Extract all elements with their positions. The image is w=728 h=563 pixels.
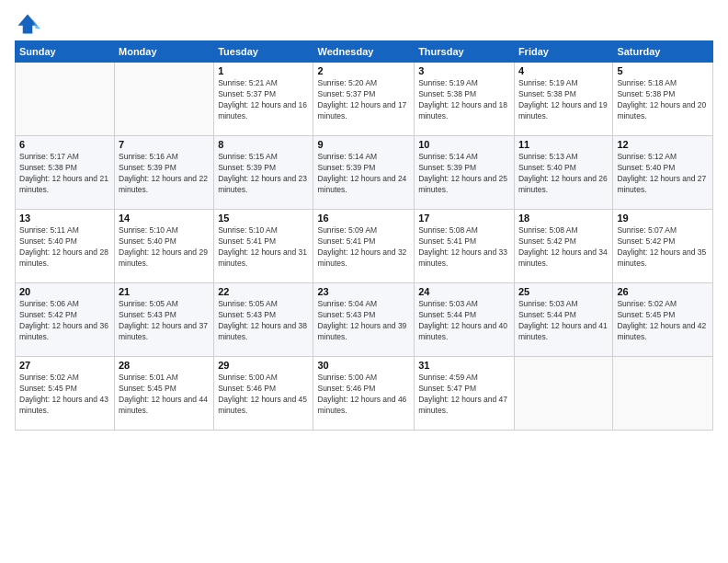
day-number: 27 [19, 360, 110, 371]
calendar-cell: 31Sunrise: 4:59 AM Sunset: 5:47 PM Dayli… [415, 357, 515, 431]
day-info: Sunrise: 5:17 AM Sunset: 5:38 PM Dayligh… [19, 152, 110, 196]
day-number: 14 [119, 213, 210, 224]
day-info: Sunrise: 5:06 AM Sunset: 5:42 PM Dayligh… [19, 299, 110, 343]
calendar-header-thursday: Thursday [415, 41, 515, 63]
calendar-header-sunday: Sunday [16, 41, 115, 63]
day-info: Sunrise: 5:11 AM Sunset: 5:40 PM Dayligh… [19, 225, 110, 270]
calendar-cell: 4Sunrise: 5:19 AM Sunset: 5:38 PM Daylig… [514, 63, 612, 136]
calendar-cell: 14Sunrise: 5:10 AM Sunset: 5:40 PM Dayli… [115, 210, 214, 283]
day-number: 28 [119, 360, 210, 371]
day-number: 24 [418, 286, 510, 297]
day-info: Sunrise: 5:19 AM Sunset: 5:38 PM Dayligh… [418, 78, 510, 122]
calendar-cell: 8Sunrise: 5:15 AM Sunset: 5:39 PM Daylig… [214, 136, 313, 210]
day-number: 4 [518, 65, 609, 76]
day-info: Sunrise: 5:10 AM Sunset: 5:41 PM Dayligh… [218, 225, 309, 270]
calendar-cell: 16Sunrise: 5:09 AM Sunset: 5:41 PM Dayli… [313, 210, 415, 283]
day-info: Sunrise: 5:03 AM Sunset: 5:44 PM Dayligh… [518, 299, 609, 343]
day-number: 9 [317, 139, 410, 150]
day-info: Sunrise: 5:21 AM Sunset: 5:37 PM Dayligh… [218, 78, 309, 122]
calendar-cell: 25Sunrise: 5:03 AM Sunset: 5:44 PM Dayli… [514, 283, 612, 357]
day-number: 10 [418, 139, 510, 150]
calendar-cell: 27Sunrise: 5:02 AM Sunset: 5:45 PM Dayli… [16, 357, 115, 431]
day-number: 3 [418, 65, 510, 76]
calendar-cell: 18Sunrise: 5:08 AM Sunset: 5:42 PM Dayli… [514, 210, 612, 283]
calendar-cell: 9Sunrise: 5:14 AM Sunset: 5:39 PM Daylig… [313, 136, 415, 210]
day-number: 22 [218, 286, 309, 297]
day-info: Sunrise: 5:02 AM Sunset: 5:45 PM Dayligh… [617, 299, 709, 343]
calendar-cell: 13Sunrise: 5:11 AM Sunset: 5:40 PM Dayli… [16, 210, 115, 283]
calendar-header-monday: Monday [115, 41, 214, 63]
day-number: 26 [617, 286, 709, 297]
calendar-cell: 24Sunrise: 5:03 AM Sunset: 5:44 PM Dayli… [415, 283, 515, 357]
calendar-cell [514, 357, 612, 431]
logo-icon [15, 11, 40, 37]
day-info: Sunrise: 5:19 AM Sunset: 5:38 PM Dayligh… [518, 78, 609, 122]
day-number: 7 [119, 139, 210, 150]
calendar-cell: 3Sunrise: 5:19 AM Sunset: 5:38 PM Daylig… [415, 63, 515, 136]
day-info: Sunrise: 5:05 AM Sunset: 5:43 PM Dayligh… [119, 299, 210, 343]
calendar-cell: 23Sunrise: 5:04 AM Sunset: 5:43 PM Dayli… [313, 283, 415, 357]
calendar-cell: 17Sunrise: 5:08 AM Sunset: 5:41 PM Dayli… [415, 210, 515, 283]
page: SundayMondayTuesdayWednesdayThursdayFrid… [0, 0, 728, 563]
day-info: Sunrise: 5:09 AM Sunset: 5:41 PM Dayligh… [317, 225, 410, 270]
calendar-cell [613, 357, 713, 431]
calendar-cell: 6Sunrise: 5:17 AM Sunset: 5:38 PM Daylig… [16, 136, 115, 210]
calendar-header-saturday: Saturday [613, 41, 713, 63]
day-info: Sunrise: 5:05 AM Sunset: 5:43 PM Dayligh… [218, 299, 309, 343]
day-number: 5 [617, 65, 709, 76]
day-info: Sunrise: 5:00 AM Sunset: 5:46 PM Dayligh… [317, 373, 410, 417]
day-number: 1 [218, 65, 309, 76]
day-number: 16 [317, 213, 410, 224]
calendar-cell: 19Sunrise: 5:07 AM Sunset: 5:42 PM Dayli… [613, 210, 713, 283]
calendar-cell: 7Sunrise: 5:16 AM Sunset: 5:39 PM Daylig… [115, 136, 214, 210]
day-number: 30 [317, 360, 410, 371]
header [15, 11, 713, 37]
day-info: Sunrise: 5:16 AM Sunset: 5:39 PM Dayligh… [119, 152, 210, 196]
day-info: Sunrise: 5:08 AM Sunset: 5:41 PM Dayligh… [418, 225, 510, 270]
calendar-cell: 1Sunrise: 5:21 AM Sunset: 5:37 PM Daylig… [214, 63, 313, 136]
logo [15, 11, 44, 37]
day-info: Sunrise: 4:59 AM Sunset: 5:47 PM Dayligh… [418, 373, 510, 417]
day-number: 25 [518, 286, 609, 297]
day-number: 8 [218, 139, 309, 150]
day-info: Sunrise: 5:01 AM Sunset: 5:45 PM Dayligh… [119, 373, 210, 417]
day-info: Sunrise: 5:12 AM Sunset: 5:40 PM Dayligh… [617, 152, 709, 196]
day-info: Sunrise: 5:03 AM Sunset: 5:44 PM Dayligh… [418, 299, 510, 343]
calendar-cell: 28Sunrise: 5:01 AM Sunset: 5:45 PM Dayli… [115, 357, 214, 431]
calendar-cell [16, 63, 115, 136]
calendar-header-friday: Friday [514, 41, 612, 63]
day-info: Sunrise: 5:13 AM Sunset: 5:40 PM Dayligh… [518, 152, 609, 196]
day-info: Sunrise: 5:15 AM Sunset: 5:39 PM Dayligh… [218, 152, 309, 196]
calendar-cell: 26Sunrise: 5:02 AM Sunset: 5:45 PM Dayli… [613, 283, 713, 357]
calendar-cell: 11Sunrise: 5:13 AM Sunset: 5:40 PM Dayli… [514, 136, 612, 210]
calendar-cell: 20Sunrise: 5:06 AM Sunset: 5:42 PM Dayli… [16, 283, 115, 357]
day-number: 29 [218, 360, 309, 371]
calendar-cell: 29Sunrise: 5:00 AM Sunset: 5:46 PM Dayli… [214, 357, 313, 431]
day-number: 21 [119, 286, 210, 297]
day-info: Sunrise: 5:20 AM Sunset: 5:37 PM Dayligh… [317, 78, 410, 122]
calendar-week-1: 1Sunrise: 5:21 AM Sunset: 5:37 PM Daylig… [16, 63, 713, 136]
calendar-week-4: 20Sunrise: 5:06 AM Sunset: 5:42 PM Dayli… [16, 283, 713, 357]
day-number: 23 [317, 286, 410, 297]
day-info: Sunrise: 5:14 AM Sunset: 5:39 PM Dayligh… [317, 152, 410, 196]
day-info: Sunrise: 5:18 AM Sunset: 5:38 PM Dayligh… [617, 78, 709, 122]
day-number: 15 [218, 213, 309, 224]
day-info: Sunrise: 5:04 AM Sunset: 5:43 PM Dayligh… [317, 299, 410, 343]
calendar-week-2: 6Sunrise: 5:17 AM Sunset: 5:38 PM Daylig… [16, 136, 713, 210]
day-info: Sunrise: 5:07 AM Sunset: 5:42 PM Dayligh… [617, 225, 709, 270]
calendar-header-wednesday: Wednesday [313, 41, 415, 63]
day-info: Sunrise: 5:08 AM Sunset: 5:42 PM Dayligh… [518, 225, 609, 270]
day-number: 13 [19, 213, 110, 224]
calendar-cell: 12Sunrise: 5:12 AM Sunset: 5:40 PM Dayli… [613, 136, 713, 210]
calendar-cell: 30Sunrise: 5:00 AM Sunset: 5:46 PM Dayli… [313, 357, 415, 431]
calendar-table: SundayMondayTuesdayWednesdayThursdayFrid… [15, 40, 713, 431]
calendar-cell [115, 63, 214, 136]
day-info: Sunrise: 5:02 AM Sunset: 5:45 PM Dayligh… [19, 373, 110, 417]
day-info: Sunrise: 5:00 AM Sunset: 5:46 PM Dayligh… [218, 373, 309, 417]
calendar-cell: 21Sunrise: 5:05 AM Sunset: 5:43 PM Dayli… [115, 283, 214, 357]
calendar-week-3: 13Sunrise: 5:11 AM Sunset: 5:40 PM Dayli… [16, 210, 713, 283]
calendar-header-tuesday: Tuesday [214, 41, 313, 63]
day-number: 6 [19, 139, 110, 150]
day-info: Sunrise: 5:14 AM Sunset: 5:39 PM Dayligh… [418, 152, 510, 196]
day-info: Sunrise: 5:10 AM Sunset: 5:40 PM Dayligh… [119, 225, 210, 270]
